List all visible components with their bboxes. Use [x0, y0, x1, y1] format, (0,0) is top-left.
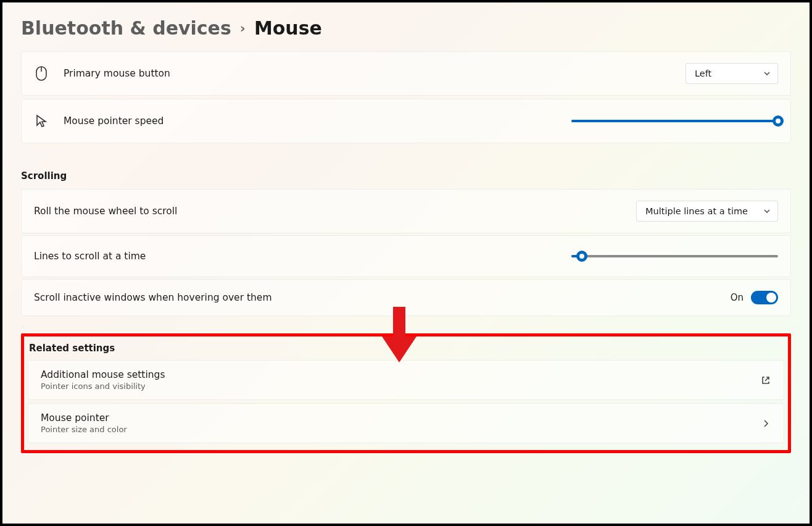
setting-label: Mouse pointer speed	[64, 115, 164, 127]
external-link-icon	[760, 375, 771, 386]
link-subtitle: Pointer size and color	[41, 425, 127, 434]
related-settings-highlight: Related settings Additional mouse settin…	[21, 333, 791, 453]
section-heading-related: Related settings	[29, 343, 784, 354]
chevron-down-icon	[763, 207, 771, 215]
slider-fill	[571, 120, 778, 122]
chevron-down-icon	[763, 69, 771, 78]
dropdown-value: Left	[695, 69, 711, 78]
settings-page: Bluetooth & devices › Mouse Primary mous…	[2, 2, 810, 524]
toggle-state-label: On	[731, 292, 744, 303]
link-mouse-pointer[interactable]: Mouse pointer Pointer size and color	[28, 403, 784, 443]
slider-thumb[interactable]	[576, 251, 587, 262]
pointer-speed-slider[interactable]	[571, 115, 778, 127]
primary-button-dropdown[interactable]: Left	[686, 63, 778, 84]
breadcrumb-current: Mouse	[254, 17, 322, 39]
toggle-knob	[766, 293, 776, 303]
link-title: Mouse pointer	[41, 412, 127, 424]
setting-wheel-scroll: Roll the mouse wheel to scroll Multiple …	[21, 189, 791, 233]
lines-scroll-slider[interactable]	[571, 251, 778, 262]
setting-label: Scroll inactive windows when hovering ov…	[34, 292, 272, 303]
slider-thumb[interactable]	[773, 115, 784, 127]
breadcrumb: Bluetooth & devices › Mouse	[21, 17, 791, 39]
link-title: Additional mouse settings	[41, 369, 165, 380]
setting-label: Roll the mouse wheel to scroll	[34, 206, 177, 217]
setting-pointer-speed: Mouse pointer speed	[21, 99, 791, 143]
chevron-right-icon	[760, 418, 771, 429]
breadcrumb-parent[interactable]: Bluetooth & devices	[21, 17, 231, 39]
setting-scroll-inactive: Scroll inactive windows when hovering ov…	[21, 279, 791, 316]
wheel-scroll-dropdown[interactable]: Multiple lines at a time	[636, 201, 778, 222]
setting-lines-scroll: Lines to scroll at a time	[21, 235, 791, 277]
slider-track	[571, 255, 778, 257]
setting-primary-mouse-button: Primary mouse button Left	[21, 51, 791, 96]
setting-label: Primary mouse button	[64, 68, 170, 79]
mouse-icon	[34, 65, 49, 81]
svg-line-2	[765, 377, 769, 381]
setting-label: Lines to scroll at a time	[34, 251, 146, 262]
section-heading-scrolling: Scrolling	[21, 170, 791, 182]
cursor-icon	[34, 114, 49, 128]
dropdown-value: Multiple lines at a time	[645, 206, 748, 216]
scroll-inactive-toggle[interactable]	[751, 291, 778, 304]
link-additional-mouse-settings[interactable]: Additional mouse settings Pointer icons …	[28, 360, 784, 400]
breadcrumb-separator-icon: ›	[240, 20, 246, 36]
link-subtitle: Pointer icons and visibility	[41, 382, 165, 391]
